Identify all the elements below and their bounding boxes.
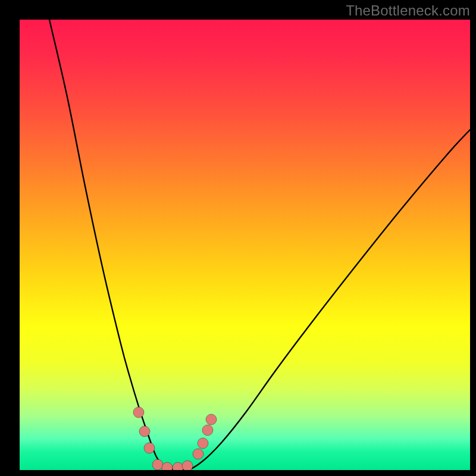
plot-area: [20, 20, 470, 470]
curve-layer: [20, 20, 470, 470]
data-dot: [139, 426, 150, 437]
watermark-text: TheBottleneck.com: [346, 2, 470, 19]
data-dot: [162, 462, 173, 470]
data-dot: [202, 425, 213, 436]
data-dot: [182, 461, 193, 470]
data-dot: [193, 449, 203, 459]
bottleneck-curve: [49, 20, 470, 470]
data-dot: [173, 462, 183, 470]
data-dot: [206, 414, 217, 425]
chart-frame: TheBottleneck.com: [0, 0, 476, 476]
data-dot: [152, 459, 163, 470]
data-dot: [133, 407, 144, 418]
data-dot: [144, 443, 155, 453]
data-dot: [198, 438, 208, 449]
